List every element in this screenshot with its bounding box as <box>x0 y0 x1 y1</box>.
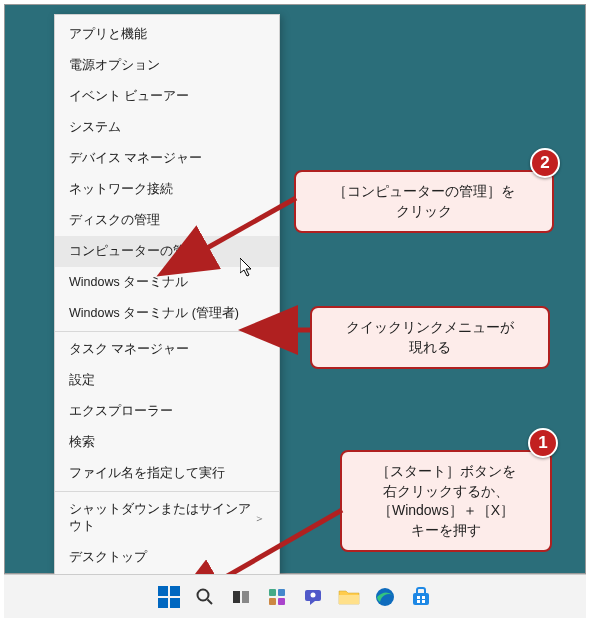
svg-point-3 <box>198 589 209 600</box>
menu-label: Windows ターミナル (管理者) <box>69 305 239 322</box>
svg-rect-9 <box>269 598 276 605</box>
callout-click-computer-management: ［コンピューターの管理］を クリック <box>294 170 554 233</box>
menu-item-search[interactable]: 検索 <box>55 427 279 458</box>
menu-label: デバイス マネージャー <box>69 150 202 167</box>
menu-item-system[interactable]: システム <box>55 112 279 143</box>
menu-label: 設定 <box>69 372 95 389</box>
menu-item-apps-features[interactable]: アプリと機能 <box>55 19 279 50</box>
menu-label: Windows ターミナル <box>69 274 188 291</box>
menu-label: イベント ビューアー <box>69 88 189 105</box>
taskbar-edge-icon[interactable] <box>371 583 399 611</box>
taskbar <box>4 574 586 618</box>
menu-label: エクスプローラー <box>69 403 173 420</box>
menu-label: ファイル名を指定して実行 <box>69 465 225 482</box>
callout-text: 右クリックするか、 <box>356 482 536 502</box>
menu-item-desktop[interactable]: デスクトップ <box>55 542 279 573</box>
menu-label: 電源オプション <box>69 57 160 74</box>
windows-logo-icon <box>158 586 180 608</box>
svg-rect-7 <box>269 589 276 596</box>
svg-rect-16 <box>417 596 420 599</box>
menu-item-windows-terminal-admin[interactable]: Windows ターミナル (管理者) <box>55 298 279 329</box>
menu-label: システム <box>69 119 121 136</box>
menu-label: デスクトップ <box>69 549 147 566</box>
callout-quicklink-appears: クイックリンクメニューが 現れる <box>310 306 550 369</box>
step-badge-2: 2 <box>530 148 560 178</box>
callout-text: キーを押す <box>356 521 536 541</box>
svg-rect-18 <box>417 600 420 603</box>
taskbar-store-icon[interactable] <box>407 583 435 611</box>
menu-label: タスク マネージャー <box>69 341 189 358</box>
menu-item-disk-management[interactable]: ディスクの管理 <box>55 205 279 236</box>
svg-point-12 <box>311 592 316 597</box>
menu-separator <box>55 331 279 332</box>
menu-item-task-manager[interactable]: タスク マネージャー <box>55 334 279 365</box>
taskbar-explorer-icon[interactable] <box>335 583 363 611</box>
menu-item-computer-management[interactable]: コンピューターの管理 <box>55 236 279 267</box>
taskbar-chat-icon[interactable] <box>299 583 327 611</box>
svg-rect-8 <box>278 589 285 596</box>
callout-text: ［スタート］ボタンを <box>356 462 536 482</box>
svg-rect-6 <box>242 591 249 603</box>
taskbar-taskview-icon[interactable] <box>227 583 255 611</box>
svg-rect-10 <box>278 598 285 605</box>
callout-right-click-start: ［スタート］ボタンを 右クリックするか、 ［Windows］＋［X］ キーを押す <box>340 450 552 552</box>
menu-label: アプリと機能 <box>69 26 147 43</box>
step-badge-1: 1 <box>528 428 558 458</box>
svg-rect-5 <box>233 591 240 603</box>
taskbar-search-icon[interactable] <box>191 583 219 611</box>
menu-label: シャットダウンまたはサインアウト <box>69 501 254 535</box>
start-button[interactable] <box>155 583 183 611</box>
callout-text: クイックリンクメニューが <box>326 318 534 338</box>
menu-label: 検索 <box>69 434 95 451</box>
menu-item-run[interactable]: ファイル名を指定して実行 <box>55 458 279 489</box>
winx-quick-link-menu: アプリと機能 電源オプション イベント ビューアー システム デバイス マネージ… <box>54 14 280 578</box>
menu-label: ディスクの管理 <box>69 212 160 229</box>
menu-item-settings[interactable]: 設定 <box>55 365 279 396</box>
menu-item-network-connections[interactable]: ネットワーク接続 <box>55 174 279 205</box>
menu-label: ネットワーク接続 <box>69 181 173 198</box>
svg-rect-15 <box>413 593 429 605</box>
menu-item-explorer[interactable]: エクスプローラー <box>55 396 279 427</box>
callout-text: ［Windows］＋［X］ <box>356 501 536 521</box>
taskbar-widgets-icon[interactable] <box>263 583 291 611</box>
svg-line-4 <box>208 599 213 604</box>
callout-text: ［コンピューターの管理］を <box>310 182 538 202</box>
chevron-right-icon: ＞ <box>254 511 265 526</box>
menu-item-windows-terminal[interactable]: Windows ターミナル <box>55 267 279 298</box>
callout-text: クリック <box>310 202 538 222</box>
svg-rect-13 <box>339 595 359 604</box>
menu-separator <box>55 491 279 492</box>
menu-label: コンピューターの管理 <box>69 243 199 260</box>
callout-text: 現れる <box>326 338 534 358</box>
svg-rect-17 <box>422 596 425 599</box>
svg-rect-19 <box>422 600 425 603</box>
menu-item-device-manager[interactable]: デバイス マネージャー <box>55 143 279 174</box>
menu-item-event-viewer[interactable]: イベント ビューアー <box>55 81 279 112</box>
menu-item-shutdown-signout[interactable]: シャットダウンまたはサインアウト ＞ <box>55 494 279 542</box>
menu-item-power-options[interactable]: 電源オプション <box>55 50 279 81</box>
